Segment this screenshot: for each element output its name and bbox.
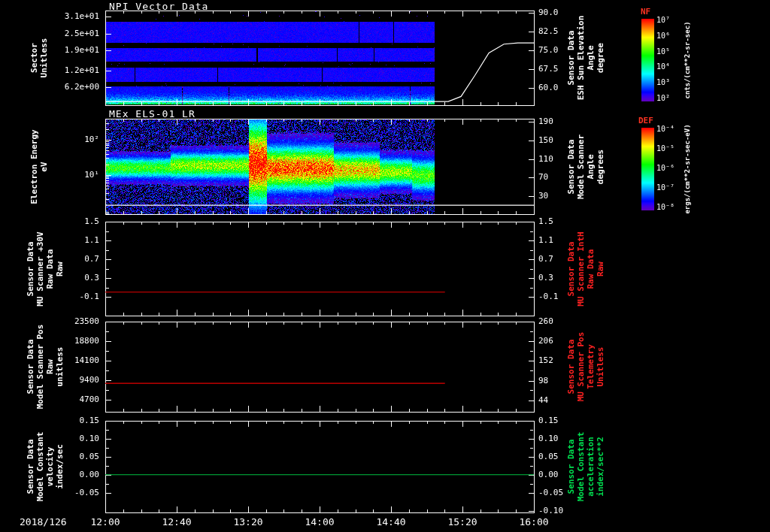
panel3-right-y-tick-label: 1.1 — [538, 235, 553, 245]
colorbar-tick-label: 10⁻⁷ — [656, 183, 675, 192]
panel5-right-y-tick-label: 0.00 — [538, 470, 559, 479]
colorbar-tick-label: 10⁶ — [656, 32, 670, 40]
panel5-right-y-tick-label: 0.10 — [538, 434, 559, 443]
panel3-y-tick-label: 0.7 — [0, 254, 99, 264]
colorbar-tick-label: 10⁷ — [656, 16, 670, 24]
panel1-right-y-tick-label: 90.0 — [538, 8, 559, 17]
colorbar-def-title: DEF — [638, 116, 653, 125]
x-tick-label: 16:00 — [510, 516, 558, 527]
x-axis-date-label: 2018/126 — [20, 516, 67, 527]
panel2-right-y-tick-label: 30 — [538, 191, 548, 201]
panel5-y-tick-label: -0.05 — [0, 488, 99, 497]
panel2-right-y-tick-label: 150 — [538, 135, 553, 145]
panel5-y-tick-label: 0.00 — [0, 470, 99, 479]
panel3-right-y-tick-label: 0.7 — [538, 254, 553, 264]
plot-canvas — [0, 0, 770, 532]
colorbar-nf-title: NF — [641, 7, 650, 17]
panel1-y-tick-label: 1.2e+01 — [0, 65, 99, 75]
panel4-y-tick-label: 14100 — [0, 355, 99, 365]
x-tick-label: 15:20 — [438, 516, 487, 527]
panel5-right-y-tick-label: -0.10 — [538, 506, 563, 515]
panel5-right-y-tick-label: 0.15 — [538, 416, 559, 425]
panel1-right-y-tick-label: 75.0 — [538, 45, 559, 55]
colorbar-tick-label: 10⁻⁸ — [656, 203, 675, 211]
panel5-y-tick-label: 0.05 — [0, 452, 99, 461]
colorbar-unit-label: cnts/(cm**2-sr-sec) — [683, 22, 693, 99]
colorbar-tick-label: 10⁻⁵ — [656, 144, 675, 153]
panel3-right-y-tick-label: 1.5 — [538, 216, 553, 226]
panel4-right-y-tick-label: 98 — [538, 376, 548, 385]
panel4-right-axis-label: Sensor DataMU Scanner PosTelemetryUnitle… — [566, 332, 605, 402]
x-tick-label: 14:40 — [367, 516, 415, 527]
panel1-title: NPI Vector Data — [109, 1, 208, 12]
panel1-right-y-tick-label: 82.5 — [538, 26, 559, 36]
x-tick-label: 14:00 — [296, 516, 344, 527]
plot-page: NPI Vector Data MEx ELS-01 LR NF DEF 201… — [0, 0, 770, 532]
colorbar-unit-label: ergs/(cm**2-sr-sec-eV) — [683, 124, 693, 213]
panel1-y-tick-label: 6.2e+00 — [0, 82, 99, 92]
panel3-y-tick-label: 0.3 — [0, 273, 99, 283]
panel4-right-y-tick-label: 206 — [538, 336, 553, 346]
colorbar-tick-label: 10² — [656, 94, 670, 102]
panel2-title: MEx ELS-01 LR — [109, 108, 196, 119]
panel5-right-axis-label: Sensor DataModel Constantaccelerationind… — [566, 432, 605, 502]
panel2-y-tick-label: 10² — [0, 135, 99, 144]
colorbar-tick-label: 10⁵ — [656, 47, 670, 56]
panel4-y-tick-label: 23500 — [0, 316, 99, 326]
panel3-right-y-tick-label: -0.1 — [538, 292, 559, 301]
panel1-y-tick-label: 3.1e+01 — [0, 11, 99, 21]
panel4-right-y-tick-label: 152 — [538, 355, 553, 365]
panel2-y-tick-label: 10¹ — [0, 170, 99, 180]
panel3-y-tick-label: -0.1 — [0, 292, 99, 301]
panel5-y-tick-label: 0.10 — [0, 434, 99, 443]
panel3-y-tick-label: 1.1 — [0, 235, 99, 245]
colorbar-tick-label: 10⁻⁶ — [656, 164, 675, 172]
colorbar-tick-label: 10³ — [656, 78, 670, 86]
panel4-right-y-tick-label: 260 — [538, 316, 553, 326]
panel4-y-tick-label: 9400 — [0, 375, 99, 385]
panel2-right-y-tick-label: 70 — [538, 172, 548, 182]
panel5-right-y-tick-label: -0.05 — [538, 488, 563, 497]
colorbar-tick-label: 10⁴ — [656, 62, 670, 71]
x-tick-label: 13:20 — [224, 516, 272, 527]
panel1-y-tick-label: 1.9e+01 — [0, 45, 99, 55]
panel5-right-y-tick-label: 0.05 — [538, 452, 559, 461]
panel4-y-tick-label: 18800 — [0, 336, 99, 346]
panel2-right-y-tick-label: 110 — [538, 154, 553, 164]
panel5-y-tick-label: 0.15 — [0, 416, 99, 425]
panel3-right-y-tick-label: 0.3 — [538, 273, 553, 283]
panel4-y-tick-label: 4700 — [0, 394, 99, 404]
panel3-right-axis-label: Sensor DataMU Scanner IntHRaw DataRaw — [566, 231, 605, 306]
panel1-right-y-tick-label: 67.5 — [538, 64, 559, 74]
panel4-right-y-tick-label: 44 — [538, 395, 548, 405]
panel2-right-y-tick-label: 190 — [538, 116, 553, 126]
panel1-y-tick-label: 2.5e+01 — [0, 29, 99, 38]
panel1-right-y-tick-label: 60.0 — [538, 83, 559, 92]
panel1-right-axis-label: Sensor DataESH Sun ElevationAngledegree — [566, 16, 605, 101]
x-tick-label: 12:40 — [153, 516, 201, 527]
colorbar-tick-label: 10⁻⁴ — [656, 125, 675, 133]
x-tick-label: 12:00 — [81, 516, 129, 527]
panel3-y-tick-label: 1.5 — [0, 216, 99, 226]
panel2-right-axis-label: Sensor DataModel ScannerAngledegrees — [566, 134, 605, 198]
